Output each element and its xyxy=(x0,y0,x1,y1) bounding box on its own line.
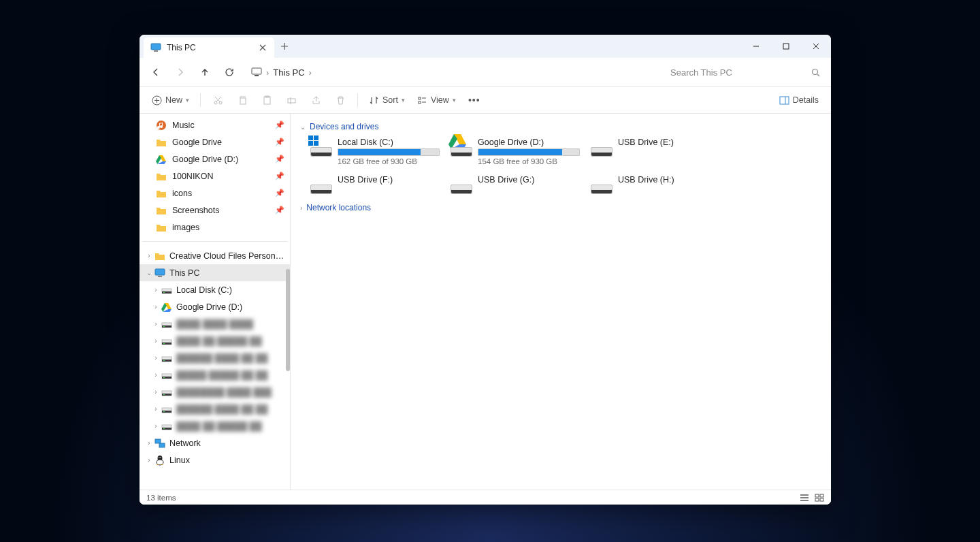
tree-item-blurred[interactable]: ›█████ █████ ██ ██ xyxy=(140,366,290,383)
search-placeholder: Search This PC xyxy=(670,67,732,78)
svg-rect-2 xyxy=(783,44,789,49)
drive-usb-drive-e-[interactable]: USB Drive (E:) xyxy=(589,136,721,168)
chevron-right-icon: › xyxy=(150,286,161,293)
tree-item-creative-cloud[interactable]: › Creative Cloud Files Personal Account … xyxy=(140,247,290,264)
svg-point-5 xyxy=(813,69,818,74)
svg-rect-30 xyxy=(163,360,165,361)
svg-point-47 xyxy=(159,457,160,458)
svg-rect-43 xyxy=(155,439,161,443)
folder-icon xyxy=(154,251,165,261)
maximize-button[interactable] xyxy=(771,35,801,58)
tree-item-blurred[interactable]: ›████ ██ █████ ██ xyxy=(140,332,290,349)
close-button[interactable] xyxy=(801,35,831,58)
share-button[interactable] xyxy=(304,91,327,110)
sidebar-item-images[interactable]: images xyxy=(140,219,290,236)
drive-google-drive-d-[interactable]: Google Drive (D:)154 GB free of 930 GB xyxy=(448,136,581,168)
paste-icon xyxy=(262,95,272,106)
plus-circle-icon xyxy=(152,95,162,106)
paste-button[interactable] xyxy=(255,91,278,110)
minimize-button[interactable] xyxy=(741,35,771,58)
group-devices-drives[interactable]: ⌄ Devices and drives xyxy=(300,122,821,131)
tree-item-linux[interactable]: › Linux xyxy=(140,451,290,468)
sidebar-item-google-drive-d-[interactable]: Google Drive (D:)📌 xyxy=(140,150,290,168)
tree-item-this-pc[interactable]: ⌄ This PC xyxy=(140,264,290,281)
cut-button[interactable] xyxy=(206,91,229,110)
svg-rect-33 xyxy=(163,377,165,378)
drive-usb-drive-h-[interactable]: USB Drive (H:) xyxy=(589,173,721,196)
svg-rect-39 xyxy=(163,411,165,412)
refresh-button[interactable] xyxy=(217,61,242,83)
sidebar-scrollbar[interactable] xyxy=(286,269,290,371)
sidebar-item-google-drive[interactable]: Google Drive📌 xyxy=(140,133,290,150)
status-bar: 13 items xyxy=(140,490,831,505)
svg-rect-21 xyxy=(163,292,165,293)
tree-item-google-drive[interactable]: › Google Drive (D:) xyxy=(140,298,290,315)
delete-button[interactable] xyxy=(329,91,352,110)
status-text: 13 items xyxy=(146,494,176,502)
free-space-text: 154 GB free of 930 GB xyxy=(478,157,580,165)
chevron-right-icon: › xyxy=(300,204,302,212)
tree-item-blurred[interactable]: ›████████ ████ ███ xyxy=(140,383,290,400)
sort-button[interactable]: Sort ▾ xyxy=(363,91,410,110)
tree-item-local-disk[interactable]: › Local Disk (C:) xyxy=(140,281,290,298)
sidebar-item-music[interactable]: Music📌 xyxy=(140,116,290,133)
network-icon xyxy=(154,438,165,449)
svg-rect-14 xyxy=(419,101,421,103)
pin-icon: 📌 xyxy=(275,155,284,163)
chevron-right-icon: › xyxy=(144,439,154,447)
details-pane-button[interactable]: Details xyxy=(774,91,824,110)
copy-button[interactable] xyxy=(231,91,254,110)
rename-button[interactable] xyxy=(280,91,303,110)
free-space-text: 162 GB free of 930 GB xyxy=(338,157,440,165)
svg-rect-18 xyxy=(158,276,162,277)
monitor-icon xyxy=(251,67,262,77)
back-button[interactable] xyxy=(144,61,168,83)
drive-usb-drive-f-[interactable]: USB Drive (F:) xyxy=(308,173,440,196)
tree-item-blurred[interactable]: ›██████ ████ ██ ██ xyxy=(140,349,290,366)
list-view-icon[interactable] xyxy=(800,494,809,502)
sidebar-item-icons[interactable]: icons📌 xyxy=(140,185,290,202)
folder-icon xyxy=(156,205,167,216)
chevron-down-icon: ▾ xyxy=(186,97,189,103)
titlebar: This PC xyxy=(140,35,831,58)
forward-button[interactable] xyxy=(168,61,193,83)
windows-icon xyxy=(308,136,319,146)
tree-item-network[interactable]: › Network xyxy=(140,434,290,451)
svg-point-7 xyxy=(214,101,217,104)
sidebar-item-screenshots[interactable]: Screenshots📌 xyxy=(140,202,290,219)
content-area[interactable]: ⌄ Devices and drives Local Disk (C:)162 … xyxy=(291,114,831,490)
search-input[interactable]: Search This PC xyxy=(664,61,827,83)
navigation-pane[interactable]: Music📌Google Drive📌Google Drive (D:)📌100… xyxy=(140,114,291,490)
svg-point-46 xyxy=(157,460,163,465)
sidebar-item-label: Google Drive (D:) xyxy=(172,155,238,164)
svg-rect-10 xyxy=(264,97,270,104)
tiles-view-icon[interactable] xyxy=(815,494,824,502)
address-bar[interactable]: › This PC › xyxy=(244,61,661,83)
disk-icon xyxy=(161,285,172,296)
drive-usb-drive-g-[interactable]: USB Drive (G:) xyxy=(448,173,581,196)
drive-local-disk-c-[interactable]: Local Disk (C:)162 GB free of 930 GB xyxy=(308,136,440,168)
view-button[interactable]: View ▾ xyxy=(412,91,461,110)
drive-icon xyxy=(591,138,612,157)
tree-item-blurred[interactable]: ›████ ██ █████ ██ xyxy=(140,417,290,434)
new-button[interactable]: New ▾ xyxy=(146,91,195,110)
up-button[interactable] xyxy=(193,61,217,83)
svg-rect-44 xyxy=(159,443,165,447)
group-network-locations[interactable]: › Network locations xyxy=(300,203,821,212)
svg-rect-42 xyxy=(163,428,165,429)
pin-icon: 📌 xyxy=(275,138,284,146)
drive-name: USB Drive (H:) xyxy=(618,175,719,185)
tree-item-blurred[interactable]: ›████ ████ ████ xyxy=(140,315,290,332)
address-location: This PC xyxy=(273,67,304,78)
tab-close-button[interactable] xyxy=(257,42,269,54)
tree-item-blurred[interactable]: ›██████ ████ ██ ██ xyxy=(140,400,290,417)
drive-icon xyxy=(451,175,472,194)
more-button[interactable]: ••• xyxy=(463,91,486,110)
svg-rect-0 xyxy=(151,44,161,50)
sidebar-item-100nikon[interactable]: 100NIKON📌 xyxy=(140,168,290,185)
tab-this-pc[interactable]: This PC xyxy=(144,37,274,58)
svg-rect-4 xyxy=(255,75,259,76)
new-tab-button[interactable] xyxy=(274,35,295,58)
pin-icon: 📌 xyxy=(275,189,284,197)
search-icon xyxy=(811,68,820,77)
